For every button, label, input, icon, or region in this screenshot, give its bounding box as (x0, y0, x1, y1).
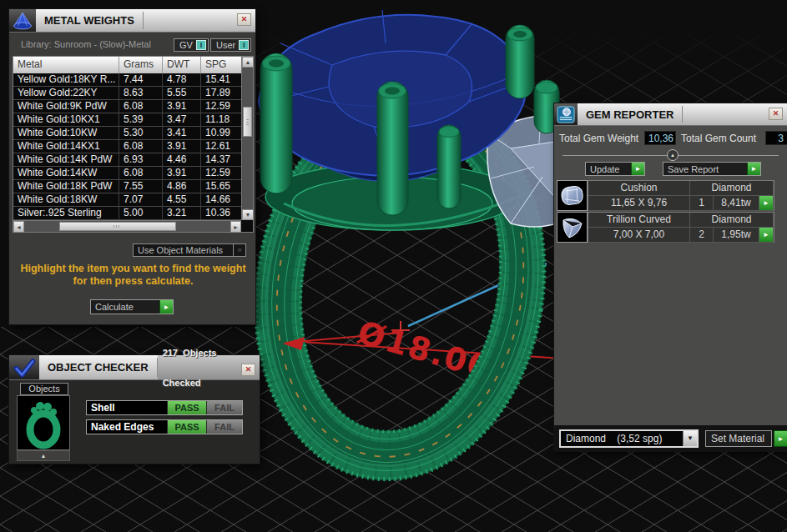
use-object-materials-label: Use Object Materials (134, 244, 233, 256)
table-row[interactable]: Yellow Gold:18KY R...7.444.7815.41 (13, 73, 241, 87)
gem-row-trillion[interactable]: Trillion Curved Diamond 7,00 X 7,00 2 1,… (557, 212, 774, 243)
check-name: Shell (87, 401, 167, 414)
user-toggle-icon[interactable]: I (239, 40, 249, 50)
vertical-scrollbar[interactable]: ▲ ▼ (241, 57, 253, 220)
fail-indicator[interactable]: FAIL (206, 420, 242, 434)
radio-circle-icon[interactable]: ○ (233, 244, 245, 256)
update-arrow-icon[interactable]: ► (631, 163, 644, 175)
metal-weights-title: METAL WEIGHTS (36, 9, 143, 32)
vertical-scroll-thumb[interactable] (243, 107, 252, 137)
gem-info-grid: Cushion Diamond 11,65 X 9,76 1 8,41tw ► (588, 180, 774, 211)
metal-weights-titlebar[interactable]: METAL WEIGHTS ✕ (9, 9, 255, 33)
scroll-up-icon[interactable]: ▲ (242, 57, 254, 68)
update-button[interactable]: Update ► (585, 162, 645, 176)
fail-indicator[interactable]: FAIL (206, 401, 242, 414)
metal-table: Metal Grams DWT SPG Yellow Gold:18KY R..… (13, 56, 254, 233)
scroll-down-icon[interactable]: ▼ (242, 209, 254, 220)
table-row[interactable]: White Gold:14KW6.083.9112.59 (13, 167, 241, 180)
trillion-gem-icon (557, 212, 588, 243)
table-row[interactable]: White Gold:9K PdW6.083.9112.59 (13, 100, 241, 113)
metal-table-header: Metal Grams DWT SPG (13, 57, 241, 73)
table-row[interactable]: Silver:.925 Sterling5.003.2110.36 (13, 207, 241, 220)
gem-count: 2 (690, 228, 714, 243)
pass-indicator[interactable]: PASS (167, 420, 206, 434)
total-gem-count-value: 3 (765, 131, 787, 145)
total-gem-weight-value: 10,36 (644, 131, 676, 145)
gv-toggle-button[interactable]: GV I (174, 38, 209, 52)
user-label: User (216, 40, 235, 50)
set-material-button[interactable]: Set Material (705, 430, 772, 447)
horizontal-scrollbar[interactable]: ◄ ► (13, 220, 241, 232)
use-object-materials-button[interactable]: Use Object Materials ○ (133, 243, 246, 257)
set-material-label: Set Material (706, 431, 771, 446)
check-row-shell: Shell PASS FAIL (86, 400, 243, 415)
scroll-left-icon[interactable]: ◄ (13, 221, 24, 233)
thumbnail-collapse-icon[interactable]: ▲ (17, 450, 70, 461)
set-material-arrow-button[interactable]: ► (774, 430, 787, 447)
table-row[interactable]: White Gold:10KX15.393.4711.18 (13, 113, 241, 127)
calculate-button[interactable]: Calculate ► (90, 299, 174, 314)
gem-info-grid: Trillion Curved Diamond 7,00 X 7,00 2 1,… (588, 212, 774, 243)
gem-size: 11,65 X 9,76 (588, 196, 690, 211)
update-label: Update (586, 163, 631, 175)
material-dropdown[interactable]: Diamond (3,52 spg) ▼ (559, 429, 699, 448)
gem-reporter-footer: Diamond (3,52 spg) ▼ Set Material ► (554, 425, 787, 452)
gem-row-cushion[interactable]: Cushion Diamond 11,65 X 9,76 1 8,41tw ► (557, 180, 774, 211)
gem-shape: Trillion Curved (588, 213, 690, 228)
gem-reporter-title: GEM REPORTER (578, 103, 682, 125)
check-row-naked-edges: Naked Edges PASS FAIL (86, 419, 243, 434)
gem-reporter-panel: GEM REPORTER ✕ Total Gem Weight 10,36 To… (553, 103, 787, 451)
object-checker-close-icon[interactable]: ✕ (241, 364, 255, 376)
table-row[interactable]: White Gold:14KX16.083.9112.61 (13, 140, 241, 153)
gem-material: Diamond (690, 181, 774, 196)
gv-toggle-icon[interactable]: I (196, 40, 206, 50)
status-checked: Checked (163, 378, 236, 388)
save-report-arrow-icon[interactable]: ► (747, 163, 760, 175)
scroll-right-icon[interactable]: ► (230, 221, 241, 233)
object-checker-check-icon (9, 355, 39, 379)
col-grams[interactable]: Grams (119, 57, 163, 73)
object-checker-panel: OBJECT CHECKER 217 Objects Checked ✕ Obj… (8, 354, 260, 464)
dropdown-arrow-icon[interactable]: ▼ (683, 431, 697, 446)
pass-indicator[interactable]: PASS (167, 401, 206, 414)
col-spg[interactable]: SPG (201, 57, 241, 73)
object-checker-titlebar[interactable]: OBJECT CHECKER 217 Objects Checked ✕ (9, 355, 260, 380)
calculate-label: Calculate (91, 300, 159, 314)
object-thumbnail[interactable] (17, 395, 70, 450)
gem-select-arrow-icon[interactable]: ► (759, 228, 773, 242)
metal-weights-panel: METAL WEIGHTS ✕ Library: Sunroom - (Slow… (8, 8, 256, 325)
material-dropdown-value: Diamond (3,52 spg) (561, 431, 683, 446)
horizontal-scroll-thumb[interactable] (59, 222, 176, 231)
collapse-handle-icon[interactable]: ▲ (667, 149, 679, 161)
metal-weights-close-icon[interactable]: ✕ (237, 13, 251, 26)
col-metal[interactable]: Metal (13, 57, 119, 73)
gem-size: 7,00 X 7,00 (588, 228, 690, 243)
gem-reporter-titlebar[interactable]: GEM REPORTER ✕ (554, 103, 787, 126)
gem-reporter-close-icon[interactable]: ✕ (769, 108, 783, 120)
cushion-gem-icon (557, 180, 588, 211)
table-row[interactable]: White Gold:18KW7.074.5514.66 (13, 193, 241, 207)
gem-reporter-icon (554, 103, 578, 125)
library-label: Library: Sunroom - (Slow)-Metal (21, 39, 151, 49)
table-row[interactable]: White Gold:14K PdW6.934.4614.37 (13, 153, 241, 167)
col-dwt[interactable]: DWT (163, 57, 201, 73)
instruction-text: Highlight the item you want to find the … (9, 263, 257, 288)
set-material-arrow-icon[interactable]: ► (774, 430, 787, 447)
objects-checked-status: 217 Objects Checked ✕ (158, 355, 260, 379)
table-row[interactable]: White Gold:10KW5.303.4110.99 (13, 127, 241, 140)
gem-count: 1 (690, 196, 714, 211)
total-gem-count-label: Total Gem Count (681, 133, 756, 144)
gem-select-arrow-icon[interactable]: ► (759, 196, 773, 210)
save-report-label: Save Report (663, 163, 747, 175)
application-window: Ø18.00 (0, 0, 787, 532)
save-report-button[interactable]: Save Report ► (663, 162, 761, 176)
metal-weights-cone-icon (9, 9, 36, 32)
calculate-arrow-icon[interactable]: ► (159, 300, 173, 314)
table-row[interactable]: White Gold:18K PdW7.554.8615.65 (13, 180, 241, 193)
check-name: Naked Edges (87, 420, 167, 434)
gem-weight: 1,95tw (714, 228, 759, 243)
gem-weight: 8,41tw (714, 196, 759, 211)
user-toggle-button[interactable]: User I (210, 38, 251, 52)
table-row[interactable]: Yellow Gold:22KY8.635.5517.89 (13, 87, 241, 100)
objects-label: Objects (20, 383, 68, 395)
